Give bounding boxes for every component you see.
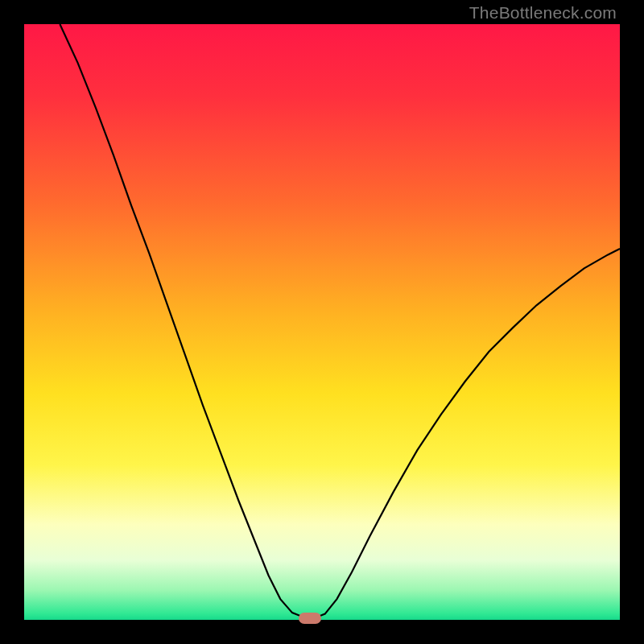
- watermark-text: TheBottleneck.com: [469, 3, 617, 23]
- min-marker: [299, 613, 321, 624]
- chart-frame: TheBottleneck.com: [0, 0, 644, 644]
- bottleneck-curve: [24, 24, 620, 620]
- plot-area: [24, 24, 620, 620]
